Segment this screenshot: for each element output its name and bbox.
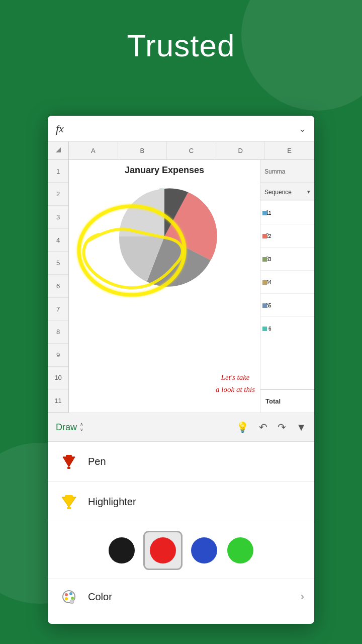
pen-label: Pen — [88, 456, 106, 467]
color-red[interactable] — [145, 532, 181, 569]
bottom-panel: Pen Highlighter — [48, 442, 314, 614]
svg-marker-1 — [63, 457, 75, 467]
svg-rect-2 — [66, 455, 72, 457]
draw-mode-button[interactable]: Draw ∧ ∨ — [56, 422, 83, 433]
formula-chevron[interactable]: ⌄ — [299, 123, 306, 134]
right-panel: Summa Sequence ▾ 1 2 3 4 5 Total 1 2 — [260, 160, 314, 413]
annotation-text: Let's take a look at this — [216, 371, 255, 395]
svg-rect-6 — [67, 507, 71, 509]
highlight-annotation — [74, 200, 190, 301]
row-9: 9 — [48, 344, 68, 367]
svg-point-10 — [71, 597, 74, 600]
svg-rect-5 — [65, 495, 73, 498]
chart-title: January Expenses — [69, 165, 260, 176]
undo-button[interactable]: ↶ — [259, 421, 267, 433]
color-swatches — [48, 522, 314, 579]
svg-marker-4 — [62, 497, 76, 507]
page-title: Trusted — [0, 28, 362, 63]
col-b: B — [118, 142, 167, 159]
redo-button[interactable]: ↷ — [278, 421, 286, 433]
row-10: 10 — [48, 367, 68, 390]
corner-icon — [56, 147, 61, 152]
row-2: 2 — [48, 183, 68, 206]
fx-label: fx — [56, 122, 64, 135]
row-1: 1 — [48, 160, 68, 183]
row-6: 6 — [48, 275, 68, 298]
corner-cell — [48, 142, 68, 160]
more-dropdown[interactable]: ▼ — [296, 422, 306, 433]
color-picker-row[interactable]: Color › — [48, 579, 314, 614]
pen-icon — [58, 451, 80, 473]
highlighter-icon — [58, 491, 80, 513]
pen-tool-row[interactable]: Pen — [48, 442, 314, 482]
lightbulb-icon[interactable]: 💡 — [236, 421, 249, 433]
color-picker-label: Color — [88, 591, 301, 603]
svg-point-9 — [69, 592, 72, 595]
main-card: fx ⌄ 1 2 3 4 5 6 7 8 9 10 11 A B C D E — [48, 116, 314, 624]
col-e: E — [265, 142, 314, 159]
row-5: 5 — [48, 252, 68, 275]
svg-point-8 — [65, 593, 68, 596]
row-header-col: 1 2 3 4 5 6 7 8 9 10 11 — [48, 142, 69, 413]
col-c: C — [167, 142, 216, 159]
svg-point-12 — [70, 600, 74, 604]
col-headers: A B C D E — [69, 142, 314, 160]
formula-bar: fx ⌄ — [48, 116, 314, 142]
row-4: 4 — [48, 229, 68, 252]
color-black[interactable] — [109, 537, 135, 564]
chart-area: January Expenses — [69, 160, 260, 412]
row-3: 3 — [48, 206, 68, 229]
draw-chevrons: ∧ ∨ — [80, 422, 83, 432]
svg-point-11 — [65, 597, 68, 600]
legend-area: 1 2 3 4 5 6 — [262, 201, 272, 340]
row-7: 7 — [48, 298, 68, 321]
row-8: 8 — [48, 320, 68, 344]
color-blue[interactable] — [191, 537, 217, 564]
sequence-dropdown[interactable]: ▾ — [307, 189, 310, 195]
highlighter-tool-row[interactable]: Highlighter — [48, 482, 314, 522]
col-a: A — [69, 142, 118, 159]
summary-header: Summa — [260, 160, 314, 183]
color-green[interactable] — [227, 537, 253, 564]
col-d: D — [216, 142, 265, 159]
svg-point-0 — [79, 206, 185, 295]
palette-icon — [58, 586, 80, 608]
row-11: 11 — [48, 389, 68, 413]
color-picker-chevron: › — [301, 590, 304, 603]
highlighter-label: Highlighter — [88, 496, 136, 508]
total-row: Total — [260, 389, 314, 413]
svg-rect-3 — [67, 467, 70, 469]
draw-label: Draw — [56, 422, 77, 433]
spreadsheet-area: 1 2 3 4 5 6 7 8 9 10 11 A B C D E Januar… — [48, 142, 314, 413]
sequence-header: Sequence ▾ — [260, 183, 314, 201]
toolbar: Draw ∧ ∨ 💡 ↶ ↷ ▼ — [48, 413, 314, 442]
